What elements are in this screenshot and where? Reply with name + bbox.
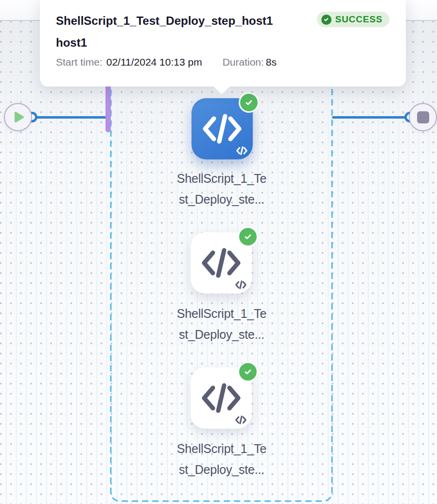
code-icon: [202, 247, 241, 278]
step-node-2-label[interactable]: ShellScript_1_Te st_Deploy_ste...: [149, 303, 295, 345]
status-badge-label: SUCCESS: [335, 14, 383, 25]
stop-icon: [417, 111, 429, 123]
shell-script-mini-icon: [235, 416, 246, 424]
status-badge: SUCCESS: [317, 12, 389, 27]
edge-start-to-group: [31, 116, 109, 119]
code-icon: [202, 382, 241, 414]
start-time-value: 02/11/2024 10:13 pm: [106, 55, 202, 69]
duration-label: Duration:: [223, 55, 264, 69]
code-icon: [203, 113, 242, 144]
stage-progress-bar: [105, 86, 111, 132]
tooltip-step-title: ShellScript_1_Test_Deploy_step_host1: [56, 13, 273, 29]
step-node-3-label[interactable]: ShellScript_1_Te st_Deploy_ste...: [149, 438, 295, 480]
step-label-line1: ShellScript_1_Te: [149, 303, 295, 324]
edge-group-to-end: [332, 116, 411, 119]
step-details-tooltip: ShellScript_1_Test_Deploy_step_host1 SUC…: [40, 0, 406, 87]
step-node-2-shellscript[interactable]: [191, 232, 252, 294]
step-label-line1: ShellScript_1_Te: [149, 438, 295, 459]
tooltip-arrow: [213, 87, 230, 94]
tooltip-host-name: host1: [56, 35, 389, 51]
step-label-line1: ShellScript_1_Te: [149, 168, 295, 189]
shell-script-mini-icon: [236, 146, 247, 155]
step-node-1-shellscript[interactable]: [192, 98, 253, 159]
step-node-3-shellscript[interactable]: [191, 367, 252, 429]
step-label-line2: st_Deploy_ste...: [149, 189, 295, 210]
success-check-icon: [238, 362, 258, 382]
check-circle-icon: [321, 15, 332, 25]
start-time-label: Start time:: [56, 55, 103, 69]
success-check-icon: [239, 92, 259, 113]
step-label-line2: st_Deploy_ste...: [149, 459, 295, 480]
step-node-1-label[interactable]: ShellScript_1_Te st_Deploy_ste...: [149, 168, 295, 210]
success-check-icon: [238, 226, 258, 247]
pipeline-start-node[interactable]: [4, 103, 32, 131]
step-label-line2: st_Deploy_ste...: [149, 324, 295, 345]
shell-script-mini-icon: [235, 280, 246, 289]
pipeline-execution-canvas[interactable]: ShellScript_1_Te st_Deploy_ste... ShellS…: [0, 0, 437, 504]
play-icon: [14, 111, 24, 123]
pipeline-end-node[interactable]: [409, 103, 437, 131]
duration-value: 8s: [266, 55, 277, 69]
